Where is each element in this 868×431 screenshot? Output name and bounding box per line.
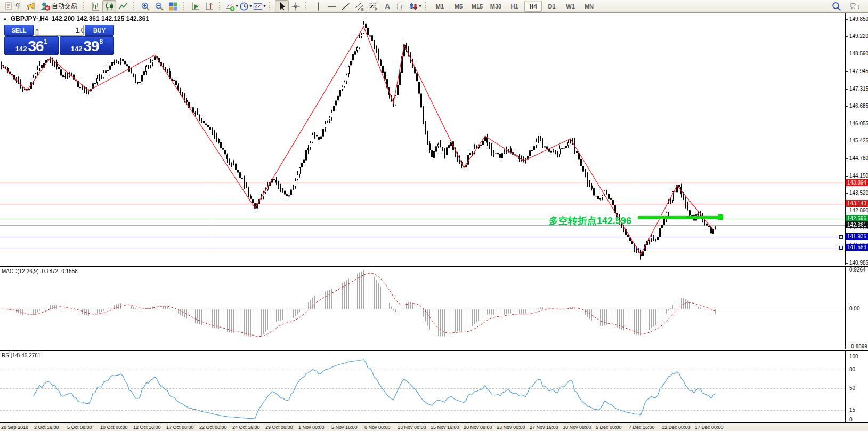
bars-icon — [91, 2, 100, 11]
chevron-down-icon[interactable]: ▾ — [263, 4, 265, 9]
ask-big: 39 — [83, 41, 99, 53]
time-axis-label: 17 Oct 08:00 — [166, 425, 194, 430]
volume-decrease-button[interactable]: ▼ — [35, 25, 39, 35]
bid-quote[interactable]: 142 36 1 — [4, 36, 59, 55]
templates-button[interactable]: ▾ — [253, 0, 266, 12]
autotrading-button[interactable]: 自动交易 — [38, 0, 80, 12]
time-axis-label: 29 Oct 08:00 — [265, 425, 293, 430]
collapse-trade-panel-icon[interactable]: ▲ — [3, 16, 7, 21]
cursor-button[interactable] — [275, 0, 289, 12]
time-axis[interactable]: 28 Sep 20182 Oct 16:005 Oct 08:0010 Oct … — [0, 422, 868, 431]
line-chart-button[interactable] — [116, 0, 130, 12]
price-chart-canvas[interactable] — [0, 13, 845, 422]
chevron-down-icon[interactable]: ▾ — [419, 4, 421, 9]
chevron-down-icon[interactable]: ▾ — [236, 4, 238, 9]
toolbar-grip[interactable] — [219, 2, 221, 10]
time-axis-label: 27 Nov 16:00 — [530, 425, 558, 430]
hline-handle[interactable] — [839, 246, 843, 250]
zoom-out-button[interactable] — [152, 0, 166, 12]
buy-button[interactable]: BUY — [85, 25, 114, 36]
price-tick-label: 148.590 — [849, 51, 868, 57]
chart-window: ▲ GBPJPY-,H4 142.200 142.361 142.125 142… — [0, 13, 868, 431]
symbol-header: ▲ GBPJPY-,H4 142.200 142.361 142.125 142… — [3, 15, 149, 22]
trendline-button[interactable] — [339, 0, 353, 12]
price-tick-label: 142.890 — [849, 207, 868, 213]
price-tick-label: 144.150 — [849, 173, 868, 179]
periods-button[interactable]: ▾ — [239, 0, 253, 12]
toolbar-grip[interactable] — [183, 2, 185, 10]
ask-quote[interactable]: 142 39 8 — [60, 36, 114, 55]
indicators-icon — [225, 2, 235, 11]
time-axis-label: 5 Oct 08:00 — [67, 425, 92, 430]
arrows-button[interactable]: ▾ — [408, 0, 422, 12]
timeframe-m30-button[interactable]: M30 — [487, 1, 505, 12]
vertical-line-button[interactable] — [311, 0, 325, 12]
indicators-button[interactable]: ▾ — [225, 0, 239, 12]
bar-chart-button[interactable] — [88, 0, 102, 12]
chat-button[interactable] — [848, 0, 862, 12]
text-label-button[interactable]: T — [394, 0, 408, 12]
toolbar-grip[interactable] — [133, 2, 135, 10]
timeframe-w1-button[interactable]: W1 — [562, 1, 579, 12]
price-tick-mark — [846, 89, 848, 90]
chevron-down-icon[interactable]: ▾ — [249, 4, 252, 9]
timeframe-mn-button[interactable]: MN — [580, 1, 598, 12]
linechart-icon — [118, 2, 128, 11]
time-axis-label: 1 Nov 00:00 — [298, 425, 325, 430]
search-button[interactable] — [830, 0, 843, 12]
horn-icon — [26, 2, 36, 11]
timeframe-h4-button[interactable]: H4 — [524, 1, 542, 12]
hline-handle[interactable] — [839, 235, 843, 239]
timeframe-d1-button[interactable]: D1 — [543, 1, 561, 12]
svg-text:F: F — [375, 7, 377, 11]
price-tick-label: 144.780 — [849, 155, 868, 161]
fibonacci-button[interactable]: F — [367, 0, 380, 12]
price-tick-mark — [846, 71, 848, 72]
chart-shift-button[interactable] — [202, 0, 216, 12]
time-axis-label: 17 Dec 00:00 — [695, 425, 724, 430]
zoomin-icon — [141, 2, 150, 11]
channel-icon: E — [355, 2, 364, 11]
toolbar-grip[interactable] — [269, 2, 271, 10]
alert-horn-button[interactable] — [24, 0, 38, 12]
price-badge-141.936: 141.936 — [846, 233, 868, 240]
new-order-button-label: 单 — [15, 2, 21, 11]
pane-separator-macd[interactable] — [0, 265, 868, 267]
price-tick-label: 149.850 — [849, 16, 868, 22]
timeframe-m5-button[interactable]: M5 — [450, 1, 467, 12]
timeframe-m15-button[interactable]: M15 — [468, 1, 486, 12]
price-tick-mark — [846, 36, 848, 37]
crosshair-button[interactable] — [289, 0, 303, 12]
timeframe-h1-button[interactable]: H1 — [506, 1, 523, 12]
zoom-in-button[interactable] — [139, 0, 152, 12]
order-icon — [4, 2, 13, 11]
time-axis-label: 13 Nov 00:00 — [398, 425, 426, 430]
horizontal-line-button[interactable] — [325, 0, 339, 12]
price-tick-label: 147.945 — [849, 68, 868, 74]
toolbar-grip[interactable] — [305, 2, 307, 10]
sell-button[interactable]: SELL — [4, 25, 34, 36]
candlestick-chart-button[interactable] — [102, 0, 116, 12]
price-tick-label: 149.220 — [849, 33, 868, 39]
autotrading-button-label: 自动交易 — [52, 2, 77, 11]
auto-scroll-button[interactable] — [189, 0, 202, 12]
volume-input[interactable] — [39, 25, 84, 35]
tile-windows-button[interactable] — [166, 0, 180, 12]
new-order-button[interactable]: 单 — [1, 0, 24, 12]
clock-icon — [239, 2, 249, 11]
pane-separator-rsi[interactable] — [0, 349, 868, 351]
toolbar-grip[interactable] — [83, 2, 85, 10]
fibo-icon: F — [369, 2, 378, 11]
timeframe-m1-button[interactable]: M1 — [431, 1, 449, 12]
text-button[interactable]: A — [380, 0, 394, 12]
price-badge-142.596: 142.596 — [846, 215, 868, 222]
tline-icon — [341, 2, 351, 11]
textA-icon: A — [383, 2, 392, 11]
toolbar-grip[interactable] — [425, 2, 427, 10]
volume-spinner: ▼ ▲ — [35, 25, 84, 36]
time-axis-label: 28 Sep 2018 — [1, 425, 28, 430]
cursor-icon — [277, 2, 287, 11]
price-badge-141.553: 141.553 — [846, 244, 868, 251]
equidistant-channel-button[interactable]: E — [353, 0, 367, 12]
shapes-icon — [409, 2, 418, 11]
